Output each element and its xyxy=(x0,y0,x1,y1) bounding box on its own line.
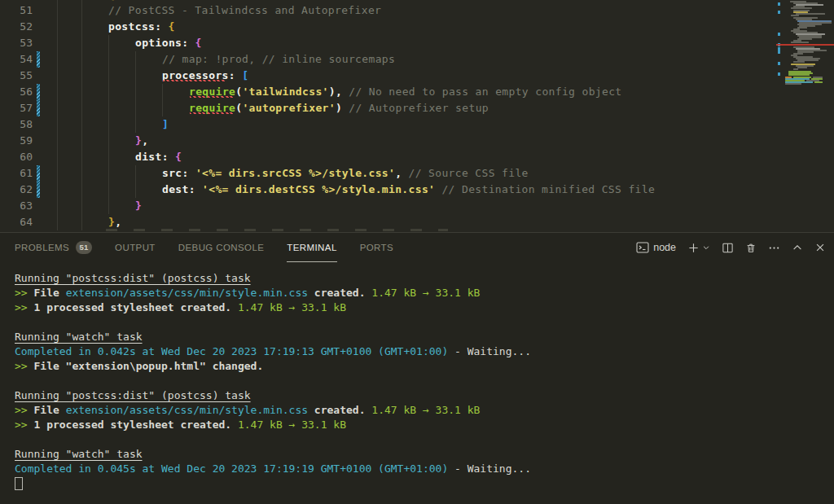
code-line[interactable]: 60dist: { xyxy=(0,149,834,165)
terminal-line: >> 1 processed stylesheet created. 1.47 … xyxy=(15,418,346,432)
tab-ports[interactable]: PORTS xyxy=(360,233,393,262)
line-number[interactable]: 61 xyxy=(0,165,33,182)
chevron-down-icon xyxy=(702,243,710,252)
terminal-line: Running "watch" task xyxy=(15,447,143,462)
code-token: postcss: xyxy=(108,20,169,33)
minimap-modified-marker xyxy=(778,62,780,65)
terminal-instance-selector[interactable]: node xyxy=(636,242,676,253)
modified-line-marker xyxy=(37,165,40,182)
code-line-text: src: '<%= dirs.srcCSS %>/style.css', // … xyxy=(162,165,529,182)
line-number[interactable]: 51 xyxy=(0,2,33,19)
code-line[interactable]: 55processors: [ xyxy=(0,68,834,84)
line-number[interactable]: 53 xyxy=(0,35,33,51)
bottom-panel: PROBLEMS51OUTPUTDEBUG CONSOLETERMINALPOR… xyxy=(0,232,834,504)
code-line[interactable]: 53options: { xyxy=(0,35,834,51)
terminal-text: 1.47 kB → 33.1 kB xyxy=(238,419,346,431)
code-editor[interactable]: { 51// PostCSS - Tailwindcss and Autopre… xyxy=(0,0,834,232)
code-line[interactable]: 52postcss: { xyxy=(0,19,834,35)
tab-problems[interactable]: PROBLEMS51 xyxy=(15,233,92,262)
terminal-text: File xyxy=(33,404,65,416)
code-line[interactable]: 54// map: !prod, // inline sourcemaps xyxy=(0,51,834,68)
code-token: { xyxy=(195,37,202,49)
line-number[interactable]: 59 xyxy=(0,133,33,149)
code-token: } xyxy=(135,134,142,147)
tab-label: OUTPUT xyxy=(115,243,156,252)
code-line-text: processors: [ xyxy=(162,68,248,84)
line-number[interactable]: 60 xyxy=(0,149,33,165)
code-token: src: xyxy=(162,167,195,179)
minimap-modified-marker xyxy=(778,50,780,54)
code-line[interactable]: 57require('autoprefixer') // Autoprefixe… xyxy=(0,100,834,116)
code-line-text: dest: '<%= dirs.destCSS %>/style.min.css… xyxy=(162,182,655,198)
code-token: : xyxy=(229,69,242,81)
panel-tab-bar: PROBLEMS51OUTPUTDEBUG CONSOLETERMINALPOR… xyxy=(0,233,834,262)
new-terminal-button[interactable] xyxy=(687,242,710,254)
terminal-shell-label: node xyxy=(653,242,676,253)
code-token: dist: xyxy=(135,151,175,163)
code-token: // Source CSS file xyxy=(409,167,529,179)
code-token: ] xyxy=(162,118,169,130)
tab-label: DEBUG CONSOLE xyxy=(178,243,265,252)
line-number[interactable]: 58 xyxy=(0,116,33,133)
terminal-line: Running "postcss:dist" (postcss) task xyxy=(15,271,251,286)
code-token: options: xyxy=(135,37,195,49)
terminal-text: >> xyxy=(15,360,33,372)
line-number[interactable]: 56 xyxy=(0,84,33,100)
terminal-text: File "extension\popup.html" changed. xyxy=(33,360,263,372)
code-line[interactable]: 63} xyxy=(0,198,834,214)
terminal-text: Running "postcss:dist" (postcss) task xyxy=(15,272,251,284)
code-line[interactable]: 64}, xyxy=(0,214,834,230)
code-line[interactable]: 59}, xyxy=(0,133,834,149)
code-line[interactable]: 58] xyxy=(0,116,834,133)
code-line-text: }, xyxy=(135,133,148,149)
modified-line-marker xyxy=(37,84,40,100)
maximize-panel-button[interactable] xyxy=(792,242,803,253)
code-token: // PostCSS - Tailwindcss and Autoprefixe… xyxy=(108,4,381,16)
terminal-line xyxy=(15,476,23,491)
code-token: ) xyxy=(336,102,349,114)
close-panel-button[interactable] xyxy=(814,242,826,253)
code-token: { xyxy=(169,20,175,33)
line-number[interactable]: 57 xyxy=(0,100,33,116)
code-line-text: ] xyxy=(162,116,169,133)
kill-terminal-button[interactable] xyxy=(745,242,757,254)
code-line[interactable]: 62dest: '<%= dirs.destCSS %>/style.min.c… xyxy=(0,182,834,198)
line-number[interactable]: 64 xyxy=(0,214,33,230)
code-line[interactable]: 61src: '<%= dirs.srcCSS %>/style.css', /… xyxy=(0,165,834,182)
minimap-error-line xyxy=(776,44,834,46)
terminal-text: >> xyxy=(15,404,33,416)
code-token: // Autoprefixer setup xyxy=(349,102,489,114)
terminal-text: File xyxy=(33,287,65,299)
line-number[interactable]: 52 xyxy=(0,19,33,35)
code-token: // Destination minified CSS file xyxy=(441,183,655,195)
terminal-text: >> xyxy=(15,287,33,299)
more-actions-button[interactable] xyxy=(768,242,780,254)
minimap-modified-marker xyxy=(778,2,780,6)
terminal-output[interactable]: Running "postcss:dist" (postcss) task>> … xyxy=(0,262,834,504)
line-number[interactable]: 62 xyxy=(0,182,33,198)
modified-line-marker xyxy=(37,100,40,116)
code-line-text: require('autoprefixer') // Autoprefixer … xyxy=(189,100,489,116)
error-squiggle-token: require xyxy=(189,85,235,98)
code-token: // No need to pass an empty config objec… xyxy=(349,85,621,98)
split-terminal-button[interactable] xyxy=(722,242,734,254)
code-token: 'autoprefixer' xyxy=(242,102,335,114)
tab-output[interactable]: OUTPUT xyxy=(115,233,156,262)
modified-line-marker xyxy=(37,182,40,198)
terminal-text: 1.47 kB → 33.1 kB xyxy=(238,301,346,313)
vscode-window: { 51// PostCSS - Tailwindcss and Autopre… xyxy=(0,0,834,504)
tab-debug-console[interactable]: DEBUG CONSOLE xyxy=(178,233,265,262)
code-token: // map: !prod, // inline sourcemaps xyxy=(162,53,395,65)
terminal-line: >> 1 processed stylesheet created. 1.47 … xyxy=(15,300,346,315)
terminal-text: extension/assets/css/min/style.min.css xyxy=(66,404,308,416)
line-number[interactable]: 54 xyxy=(0,51,33,68)
code-line[interactable]: 51// PostCSS - Tailwindcss and Autoprefi… xyxy=(0,2,834,19)
code-token: { xyxy=(175,151,182,163)
terminal-line: Completed in 0.042s at Wed Dec 20 2023 1… xyxy=(15,344,531,359)
tab-terminal[interactable]: TERMINAL xyxy=(287,233,336,262)
line-number[interactable]: 63 xyxy=(0,198,33,214)
terminal-text: 1.47 kB → 33.1 kB xyxy=(371,404,480,416)
code-line[interactable]: 56require('tailwindcss'), // No need to … xyxy=(0,84,834,100)
minimap[interactable] xyxy=(776,0,834,232)
line-number[interactable]: 55 xyxy=(0,68,33,84)
